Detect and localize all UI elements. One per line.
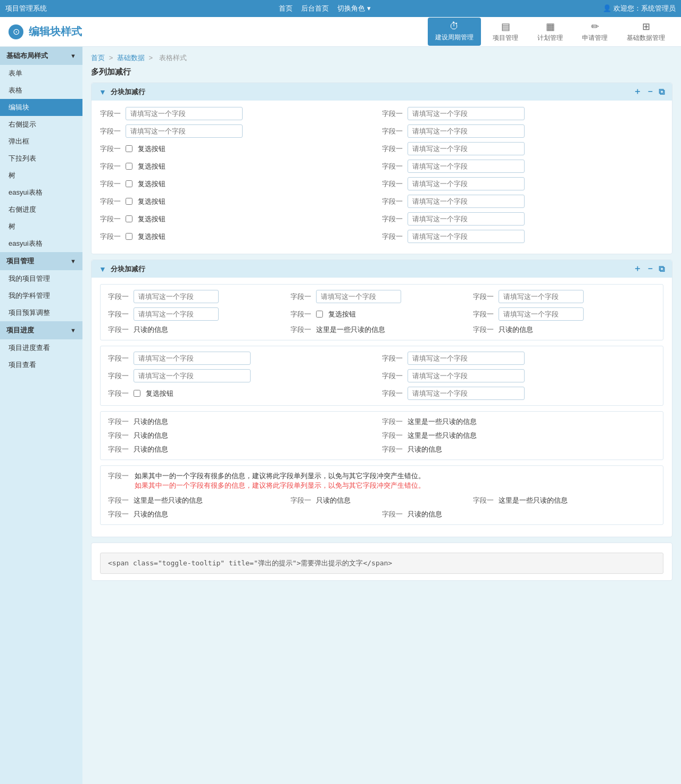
sidebar-item-table[interactable]: 表格 bbox=[0, 82, 82, 99]
system-title: 项目管理系统 bbox=[5, 4, 47, 13]
sidebar-item-budget[interactable]: 项目预算调整 bbox=[0, 304, 82, 321]
checkbox-5-1[interactable] bbox=[126, 180, 132, 187]
block-2-title: 分块加减行 bbox=[111, 264, 145, 274]
input-5-2[interactable] bbox=[408, 177, 525, 190]
nav-home[interactable]: 首页 bbox=[279, 4, 293, 13]
sidebar-item-easyui2[interactable]: easyui表格 bbox=[0, 235, 82, 252]
b2-input-1-1[interactable] bbox=[134, 290, 219, 303]
block-2-add-btn[interactable]: ＋ bbox=[633, 263, 642, 274]
b2-s2-input-1-1[interactable] bbox=[134, 352, 251, 365]
b2-checkbox-2-2[interactable] bbox=[316, 311, 323, 318]
checkbox-3-1[interactable] bbox=[126, 145, 132, 152]
b2-s4-row3: 字段一 只读的信息 字段一 只读的信息 bbox=[108, 510, 655, 519]
sidebar-section-project-header[interactable]: 项目管理 ▼ bbox=[0, 252, 82, 270]
sidebar-item-popup[interactable]: 弹出框 bbox=[0, 133, 82, 150]
b2-s2-r2-c1: 字段一 bbox=[108, 369, 382, 382]
b2-input-2-1[interactable] bbox=[134, 307, 219, 321]
block-1-add-btn[interactable]: ＋ bbox=[633, 86, 642, 97]
block-1-collapse[interactable]: ▼ bbox=[99, 88, 106, 96]
sidebar-item-project-view[interactable]: 项目查看 bbox=[0, 356, 82, 373]
b2-s2-label-3-2: 字段一 bbox=[382, 389, 404, 398]
nav-project-btn[interactable]: ▤ 项目管理 bbox=[485, 18, 526, 46]
b2-s2-input-1-2[interactable] bbox=[408, 352, 525, 365]
block-2-remove-btn[interactable]: － bbox=[646, 263, 654, 274]
b2-s2-input-3-2[interactable] bbox=[408, 387, 525, 400]
b2-s2-input-2-1[interactable] bbox=[134, 369, 251, 382]
nav-plan-btn[interactable]: ▦ 计划管理 bbox=[530, 18, 570, 46]
block1-row-1: 字段一 字段一 bbox=[100, 107, 663, 120]
sidebar-item-rightprogress[interactable]: 右侧进度 bbox=[0, 201, 82, 218]
block1-row8-col2: 字段一 bbox=[382, 230, 664, 243]
plan-icon: ▦ bbox=[546, 21, 555, 32]
checkbox-8-1[interactable] bbox=[126, 233, 132, 240]
b2-input-2-3[interactable] bbox=[499, 307, 584, 321]
block1-row6-col1: 字段一 复选按钮 bbox=[100, 197, 382, 206]
input-3-2[interactable] bbox=[408, 142, 525, 155]
b2-s1-r2-c3: 字段一 bbox=[473, 307, 655, 321]
b2-s4-readonly-2-2: 只读的信息 bbox=[316, 496, 351, 505]
nav-base-btn[interactable]: ⊞ 基础数据管理 bbox=[619, 18, 672, 46]
b2-s1-r3-c2: 字段一 这里是一些只读的信息 bbox=[290, 325, 473, 335]
b2-s3-row2: 字段一 只读的信息 字段一 这里是一些只读的信息 bbox=[108, 431, 655, 440]
block-2-actions: ＋ － ⧉ bbox=[633, 263, 665, 274]
b2-s2-input-2-2[interactable] bbox=[408, 369, 525, 382]
b2-input-1-2[interactable] bbox=[316, 290, 401, 303]
input-4-2[interactable] bbox=[408, 160, 525, 173]
input-1-2[interactable] bbox=[408, 107, 525, 120]
apply-icon: ✏ bbox=[591, 21, 599, 32]
b2-s2-r1-c2: 字段一 bbox=[382, 352, 656, 365]
input-1-1[interactable] bbox=[126, 107, 243, 120]
block-1-copy-btn[interactable]: ⧉ bbox=[659, 87, 665, 97]
checkbox-4-1[interactable] bbox=[126, 163, 132, 170]
b2-label-2-2: 字段一 bbox=[290, 310, 313, 319]
input-6-2[interactable] bbox=[408, 195, 525, 208]
b2-s3-label-3-1: 字段一 bbox=[108, 445, 130, 454]
block-1-actions: ＋ － ⧉ bbox=[633, 86, 665, 97]
block1-row-5: 字段一 复选按钮 字段一 bbox=[100, 177, 663, 190]
nav-build-btn[interactable]: ⏱ 建设周期管理 bbox=[428, 18, 481, 46]
input-2-2[interactable] bbox=[408, 124, 525, 138]
b2-s3-r3-c1: 字段一 只读的信息 bbox=[108, 445, 382, 454]
b2-s2-r1-c1: 字段一 bbox=[108, 352, 382, 365]
sidebar-section-progress-header[interactable]: 项目进度 ▼ bbox=[0, 321, 82, 339]
sidebar-item-form[interactable]: 表单 bbox=[0, 65, 82, 82]
header: ⊙ 编辑块样式 ⏱ 建设周期管理 ▤ 项目管理 ▦ 计划管理 ✏ 申请管理 ⊞ … bbox=[0, 17, 681, 47]
block1-row6-col2: 字段一 bbox=[382, 195, 664, 208]
block-2-collapse[interactable]: ▼ bbox=[99, 265, 106, 273]
block-2-header-left: ▼ 分块加减行 bbox=[99, 264, 145, 274]
input-2-1[interactable] bbox=[126, 124, 243, 138]
label-4-1: 字段一 bbox=[100, 162, 122, 171]
b2-s3-readonly-1-2: 这里是一些只读的信息 bbox=[408, 417, 477, 427]
b2-s4-readonly-2-3: 这里是一些只读的信息 bbox=[499, 496, 568, 505]
sidebar-item-tree2[interactable]: 树 bbox=[0, 218, 82, 235]
checkbox-7-1[interactable] bbox=[126, 215, 132, 222]
sidebar-item-righttip[interactable]: 右侧提示 bbox=[0, 116, 82, 133]
b2-s3-readonly-3-2: 只读的信息 bbox=[408, 445, 442, 454]
sidebar-item-mysubject[interactable]: 我的学科管理 bbox=[0, 287, 82, 304]
checkbox-6-1[interactable] bbox=[126, 198, 132, 205]
block-2-copy-btn[interactable]: ⧉ bbox=[659, 264, 665, 274]
sidebar-item-progress-view[interactable]: 项目进度查看 bbox=[0, 339, 82, 356]
sidebar-item-dropdown[interactable]: 下拉列表 bbox=[0, 150, 82, 167]
nav-role-switch[interactable]: 切换角色 ▾ bbox=[337, 4, 371, 13]
b2-cb-label-2-2: 复选按钮 bbox=[328, 310, 356, 319]
header-icon: ⊙ bbox=[9, 24, 23, 39]
breadcrumb-base[interactable]: 基础数据 bbox=[117, 54, 145, 62]
b2-s3-readonly-2-2: 这里是一些只读的信息 bbox=[408, 431, 477, 440]
label-1-1: 字段一 bbox=[100, 109, 122, 119]
sidebar-item-easyui1[interactable]: easyui表格 bbox=[0, 184, 82, 201]
sidebar-section-layout-header[interactable]: 基础布局样式 ▼ bbox=[0, 47, 82, 65]
breadcrumb-home[interactable]: 首页 bbox=[91, 54, 105, 62]
block1-row7-col2: 字段一 bbox=[382, 212, 664, 226]
input-7-2[interactable] bbox=[408, 212, 525, 226]
b2-input-1-3[interactable] bbox=[499, 290, 584, 303]
sidebar-item-myproject[interactable]: 我的项目管理 bbox=[0, 270, 82, 287]
b2-s1-r3-c3: 字段一 只读的信息 bbox=[473, 325, 655, 335]
input-8-2[interactable] bbox=[408, 230, 525, 243]
nav-backend[interactable]: 后台首页 bbox=[301, 4, 329, 13]
sidebar-item-tree1[interactable]: 树 bbox=[0, 167, 82, 184]
b2-s2-checkbox-3-1[interactable] bbox=[134, 390, 140, 397]
sidebar-item-editblock[interactable]: 编辑块 bbox=[0, 99, 82, 116]
block-1-remove-btn[interactable]: － bbox=[646, 86, 654, 97]
nav-apply-btn[interactable]: ✏ 申请管理 bbox=[575, 18, 615, 46]
